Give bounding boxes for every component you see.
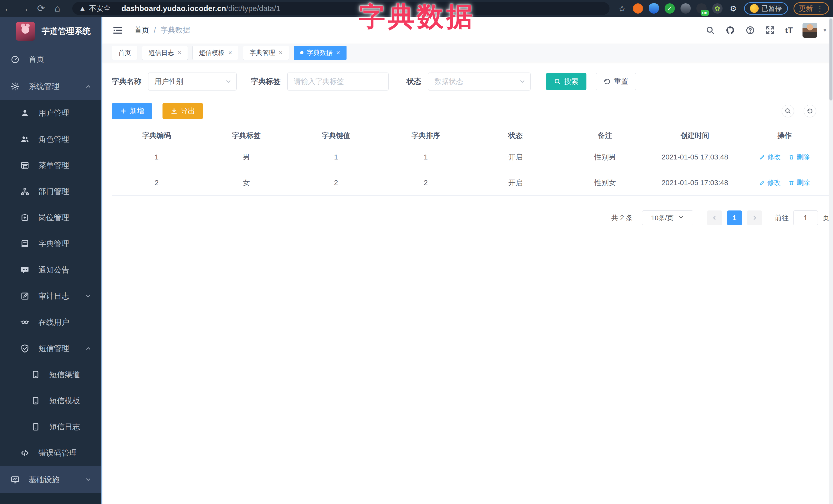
delete-link[interactable]: 删除: [788, 178, 810, 187]
chevron-down-icon: [85, 476, 92, 483]
extensions-puzzle-icon[interactable]: ⚙: [728, 3, 738, 14]
search-icon[interactable]: [705, 25, 715, 35]
sidebar-item-roles[interactable]: 角色管理: [0, 126, 101, 152]
book-icon: [20, 239, 30, 249]
sidebar-item-users[interactable]: 用户管理: [0, 100, 101, 126]
github-icon[interactable]: [725, 25, 735, 35]
delete-link[interactable]: 删除: [788, 152, 810, 162]
close-icon[interactable]: ×: [279, 49, 282, 57]
sidebar-item-home[interactable]: 首页: [0, 46, 101, 73]
edit-link[interactable]: 修改: [759, 178, 781, 187]
cell-sort: 1: [381, 153, 471, 161]
tab-dict-manage[interactable]: 字典管理 ×: [243, 46, 289, 60]
sidebar-item-notices[interactable]: 通知公告: [0, 257, 101, 283]
update-label: 更新: [799, 4, 813, 13]
content-area: 首页 / 字典数据 tT: [102, 17, 833, 504]
back-icon[interactable]: ←: [0, 3, 17, 14]
address-bar[interactable]: ▲ 不安全 dashboard.yudao.iocoder.cn /dict/t…: [72, 2, 610, 15]
sidebar-item-dicts[interactable]: 字典管理: [0, 231, 101, 257]
tab-sms-log[interactable]: 短信日志 ×: [142, 46, 188, 60]
tab-dict-data[interactable]: 字典数据 ×: [294, 46, 347, 60]
edit-link[interactable]: 修改: [759, 152, 781, 162]
sidebar-item-system[interactable]: 系统管理: [0, 73, 101, 100]
extension-check-icon[interactable]: ✓: [665, 3, 675, 14]
reset-button[interactable]: 重置: [596, 73, 636, 90]
chevron-up-icon: [85, 345, 92, 352]
bookmark-star-icon[interactable]: ☆: [617, 3, 627, 14]
forward-icon[interactable]: →: [17, 3, 33, 14]
profile-emoji-avatar: [750, 4, 759, 13]
dict-tag-input[interactable]: 请输入字典标签: [287, 73, 388, 91]
font-size-icon[interactable]: tT: [785, 26, 793, 35]
next-page-button[interactable]: [747, 211, 762, 225]
sidebar-item-sms-log[interactable]: 短信日志: [0, 414, 101, 440]
extension-drop-icon[interactable]: [649, 3, 659, 14]
page-size-select[interactable]: 10条/页: [642, 211, 693, 225]
tab-label: 短信模板: [199, 48, 224, 57]
collapse-sidebar-icon[interactable]: [112, 25, 123, 35]
extension-orange-icon[interactable]: [633, 3, 643, 14]
goto-label: 前往: [775, 213, 789, 222]
cell-created: 2021-01-05 17:03:48: [650, 153, 740, 161]
tab-label: 字典管理: [249, 48, 275, 57]
close-icon[interactable]: ×: [228, 49, 232, 57]
sidebar-item-sms[interactable]: 短信管理: [0, 335, 101, 361]
home-icon[interactable]: ⌂: [49, 3, 66, 14]
scrollbar-thumb[interactable]: [829, 19, 832, 100]
tab-home[interactable]: 首页: [112, 46, 137, 60]
extension-sprout-icon[interactable]: ✿: [712, 3, 722, 14]
refresh-icon[interactable]: [804, 105, 816, 117]
cell-code: 2: [112, 179, 201, 187]
status-select[interactable]: 数据状态: [428, 73, 530, 91]
sidebar-item-sms-channel[interactable]: 短信渠道: [0, 361, 101, 388]
security-label[interactable]: 不安全: [89, 4, 111, 13]
close-icon[interactable]: ×: [177, 49, 182, 57]
col-header: 字典键值: [291, 131, 381, 141]
sidebar-item-posts[interactable]: 岗位管理: [0, 205, 101, 231]
help-icon[interactable]: [745, 25, 755, 35]
toggle-search-icon[interactable]: [782, 105, 794, 117]
col-header: 字典标签: [201, 131, 291, 141]
tab-sms-template[interactable]: 短信模板 ×: [192, 46, 238, 60]
reload-icon[interactable]: ⟳: [33, 3, 49, 14]
application-window: ← → ⟳ ⌂ ▲ 不安全 dashboard.yudao.iocoder.cn…: [0, 0, 833, 504]
org-tree-icon: [20, 187, 30, 196]
page-body: 字典名称 用户性别 字典标签 请输入字典标签 状态 数据状态: [102, 72, 833, 225]
url-path: /dict/type/data/1: [226, 4, 280, 13]
sidebar-item-online-users[interactable]: 在线用户: [0, 309, 101, 335]
security-warning-icon: ▲: [79, 4, 86, 13]
user-menu-caret-icon[interactable]: ▾: [824, 27, 826, 33]
breadcrumb-home[interactable]: 首页: [134, 25, 149, 35]
goto-page-input[interactable]: [793, 211, 818, 225]
profile-paused-badge[interactable]: 已暂停: [744, 2, 788, 15]
cell-value: 2: [291, 179, 381, 187]
menu-list-icon: [20, 161, 30, 170]
browser-update-button[interactable]: 更新 ⋮: [793, 2, 829, 15]
dict-name-value: 用户性别: [154, 77, 183, 87]
comment-icon: [20, 265, 30, 275]
dict-name-select[interactable]: 用户性别: [148, 73, 237, 91]
sidebar-item-menus[interactable]: 菜单管理: [0, 152, 101, 178]
tab-label: 字典数据: [307, 48, 333, 57]
search-button[interactable]: 搜索: [546, 73, 587, 90]
window-scrollbar[interactable]: [829, 17, 833, 504]
phone-icon: [31, 396, 41, 406]
extension-stats-icon[interactable]: [681, 3, 691, 14]
browser-menu-icon[interactable]: ⋮: [816, 4, 824, 13]
sidebar-item-audit-logs[interactable]: 审计日志: [0, 283, 101, 309]
sidebar-item-sms-template[interactable]: 短信模板: [0, 388, 101, 414]
sidebar-item-infrastructure[interactable]: 基础设施: [0, 466, 101, 493]
fullscreen-icon[interactable]: [765, 25, 775, 35]
cell-label: 男: [201, 152, 291, 162]
sidebar-item-error-codes[interactable]: 错误码管理: [0, 440, 101, 466]
sidebar-item-departments[interactable]: 部门管理: [0, 178, 101, 205]
pagination: 共 2 条 10条/页 1 前往: [112, 211, 829, 225]
export-button[interactable]: 导出: [163, 103, 203, 119]
extension-switch-icon[interactable]: on: [696, 3, 707, 14]
user-avatar[interactable]: [803, 23, 817, 38]
close-icon[interactable]: ×: [336, 49, 340, 57]
add-button[interactable]: 新增: [112, 103, 152, 119]
prev-page-button[interactable]: [707, 211, 722, 225]
app-logo-row[interactable]: 芋道管理系统: [0, 17, 101, 46]
current-page-button[interactable]: 1: [727, 211, 742, 225]
